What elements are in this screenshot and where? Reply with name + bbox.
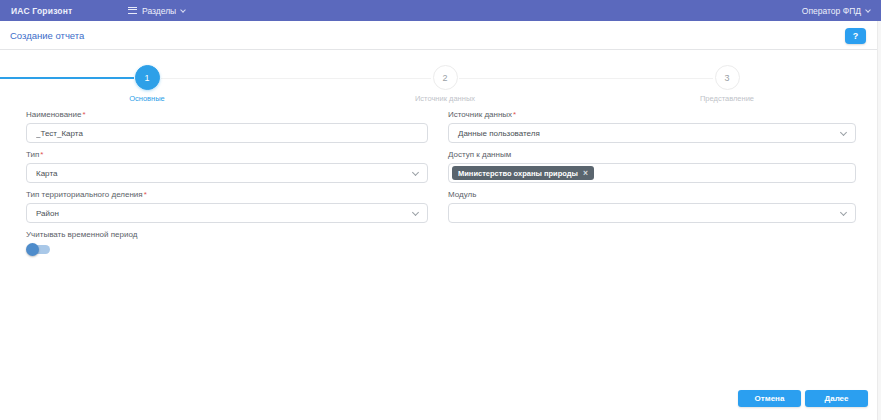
- field-label: Доступ к данным: [448, 150, 856, 159]
- page-title: Создание отчета: [10, 30, 84, 41]
- field-label-text: Модуль: [448, 190, 476, 199]
- type-select[interactable]: Карта: [26, 163, 428, 183]
- user-menu[interactable]: Оператор ФПД: [802, 6, 870, 16]
- chevron-down-icon: [180, 7, 186, 13]
- field-label: Источник данных*: [448, 110, 856, 119]
- chevron-down-icon: [412, 209, 419, 216]
- field-module: Модуль: [448, 190, 856, 223]
- data-source-select-value: Данные пользователя: [458, 129, 540, 138]
- required-marker: *: [513, 110, 516, 119]
- field-data-access: Доступ к данным Министерство охраны прир…: [448, 150, 856, 183]
- type-select-value: Карта: [36, 169, 57, 178]
- next-button[interactable]: Далее: [805, 390, 868, 407]
- sections-menu[interactable]: Разделы: [128, 0, 185, 21]
- field-data-source: Источник данных* Данные пользователя: [448, 110, 856, 143]
- step-main[interactable]: 1 Основные: [87, 65, 207, 103]
- field-label-text: Учитывать временной период: [26, 230, 137, 239]
- field-label: Тип территориального деления*: [26, 190, 428, 199]
- form-column-left: Наименование* Тип* Карта Тип территориал…: [26, 110, 428, 261]
- question-icon: ?: [853, 31, 859, 41]
- field-type: Тип* Карта: [26, 150, 428, 183]
- app-brand: ИАС Горизонт: [11, 6, 72, 16]
- name-input-wrap: [26, 123, 428, 143]
- step-label: Представление: [700, 94, 754, 103]
- field-label-text: Тип: [26, 150, 39, 159]
- field-label-text: Тип территориального деления: [26, 190, 143, 199]
- field-label-text: Источник данных: [448, 110, 512, 119]
- step-label: Источник данных: [415, 94, 475, 103]
- toggle-knob: [26, 243, 39, 256]
- page-title-bar: Создание отчета ?: [0, 21, 881, 50]
- wizard-stepper: 1 Основные 2 Источник данных 3 Представл…: [0, 50, 881, 102]
- time-period-toggle[interactable]: [27, 245, 50, 254]
- chevron-down-icon: [865, 7, 871, 13]
- scrollbar[interactable]: [877, 21, 881, 420]
- cancel-button[interactable]: Отмена: [738, 390, 801, 407]
- step-presentation[interactable]: 3 Представление: [667, 65, 787, 103]
- close-icon[interactable]: ×: [583, 169, 588, 177]
- step-circle[interactable]: 1: [135, 65, 160, 90]
- required-marker: *: [82, 110, 85, 119]
- form-column-right: Источник данных* Данные пользователя Дос…: [448, 110, 856, 261]
- step-data-source[interactable]: 2 Источник данных: [385, 65, 505, 103]
- help-button[interactable]: ?: [845, 28, 866, 44]
- step-label: Основные: [129, 94, 165, 103]
- field-label-text: Доступ к данным: [448, 150, 511, 159]
- data-access-input[interactable]: Министерство охраны природы ×: [448, 163, 856, 183]
- hamburger-icon: [128, 7, 137, 14]
- chevron-down-icon: [412, 169, 419, 176]
- footer-actions: Отмена Далее: [738, 390, 868, 407]
- data-access-chip: Министерство охраны природы ×: [452, 166, 594, 180]
- territorial-division-select[interactable]: Район: [26, 203, 428, 223]
- step-circle[interactable]: 2: [433, 65, 458, 90]
- step-circle[interactable]: 3: [715, 65, 740, 90]
- report-form: Наименование* Тип* Карта Тип территориал…: [0, 102, 881, 261]
- user-menu-label: Оператор ФПД: [802, 6, 861, 16]
- chip-label: Министерство охраны природы: [458, 169, 578, 178]
- name-input[interactable]: [36, 129, 418, 138]
- field-label: Наименование*: [26, 110, 428, 119]
- data-source-select[interactable]: Данные пользователя: [448, 123, 856, 143]
- required-marker: *: [144, 190, 147, 199]
- field-name: Наименование*: [26, 110, 428, 143]
- field-territorial-division: Тип территориального деления* Район: [26, 190, 428, 223]
- field-label: Тип*: [26, 150, 428, 159]
- territorial-division-select-value: Район: [36, 209, 59, 218]
- field-label: Модуль: [448, 190, 856, 199]
- field-time-period: Учитывать временной период: [26, 230, 428, 254]
- sections-menu-label: Разделы: [142, 6, 176, 16]
- app-header: ИАС Горизонт Разделы Оператор ФПД: [0, 0, 881, 21]
- field-label-text: Наименование: [26, 110, 81, 119]
- module-select[interactable]: [448, 203, 856, 223]
- required-marker: *: [40, 150, 43, 159]
- chevron-down-icon: [840, 209, 847, 216]
- field-label: Учитывать временной период: [26, 230, 428, 239]
- chevron-down-icon: [840, 129, 847, 136]
